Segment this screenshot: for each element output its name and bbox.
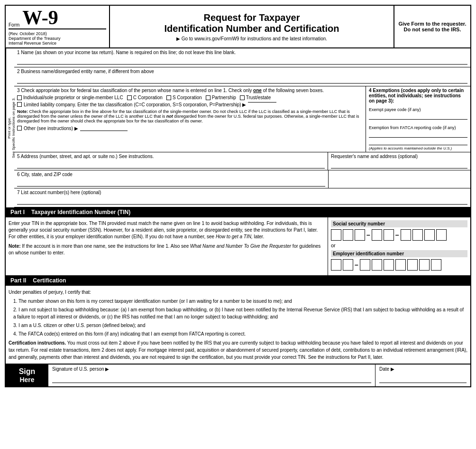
form-body: Print or type. See Specific Instructions… xyxy=(5,48,471,387)
line6-left: 6 City, state, and ZIP code xyxy=(14,170,328,188)
line7-label: 7 List account number(s) here (optional) xyxy=(17,190,467,195)
part1-header: Part I Taxpayer Identification Number (T… xyxy=(6,207,470,217)
sign-here-block: Sign Here xyxy=(6,365,48,386)
checkbox-individual: Individual/sole proprietor or single-mem… xyxy=(17,95,123,100)
checkbox-partnership: Partnership xyxy=(206,95,236,100)
fatca-label: Exemption from FATCA reporting code (if … xyxy=(369,125,456,130)
checkbox-s-corp-box[interactable] xyxy=(166,95,171,100)
fatca-section: Exemption from FATCA reporting code (if … xyxy=(369,125,467,145)
checkbox-individual-label: Individual/sole proprietor or single-mem… xyxy=(23,95,123,100)
ssn-cell-1[interactable] xyxy=(331,229,341,241)
ssn-cell-5[interactable] xyxy=(384,229,394,241)
line7-input[interactable] xyxy=(17,196,467,205)
checkbox-s-corp-label: S Corporation xyxy=(173,95,202,100)
ein-cell-2[interactable] xyxy=(343,259,353,271)
line7-row: 7 List account number(s) here (optional) xyxy=(14,188,470,207)
exempt-payee: Exempt payee code (if any) xyxy=(369,107,467,120)
ein-cell-9[interactable] xyxy=(431,259,441,271)
checkbox-other-box[interactable] xyxy=(17,126,22,131)
exemptions-section: 4 Exemptions (codes apply only to certai… xyxy=(366,86,470,152)
cert-item-3: 3. I am a U.S. citizen or other U.S. per… xyxy=(13,322,467,329)
checkbox-c-corp-label: C Corporation xyxy=(133,95,163,100)
ein-cell-8[interactable] xyxy=(419,259,430,271)
line4-label: 4 Exemptions (codes apply only to certai… xyxy=(369,88,467,103)
cert-item-2: 2. I am not subject to backup withholdin… xyxy=(13,306,467,320)
signature-label: Signature of U.S. person ▶ xyxy=(52,366,371,372)
cert-list: 1. The number shown on this form is my c… xyxy=(13,298,467,337)
line1-input[interactable] xyxy=(17,56,467,65)
ssn-cell-4[interactable] xyxy=(372,229,382,241)
form-number: W-9 xyxy=(22,8,58,28)
ssn-label: Social security number xyxy=(331,220,467,227)
signature-input[interactable] xyxy=(52,372,371,383)
part2-content: Under penalties of perjury, I certify th… xyxy=(6,286,470,364)
fatca-input2[interactable] xyxy=(369,139,467,145)
line2-input[interactable] xyxy=(17,75,467,84)
ssn-cell-2[interactable] xyxy=(343,229,353,241)
requester-right: Requester's name and address (optional) xyxy=(328,152,470,170)
checkbox-partnership-label: Partnership xyxy=(212,95,236,100)
form-header: Form W-9 (Rev. October 2018) Department … xyxy=(5,5,471,48)
other-label: Other (see instructions) ▶ xyxy=(24,126,78,131)
main-content-row: Print or type. See Specific Instructions… xyxy=(6,48,470,207)
exempt-payee-input[interactable] xyxy=(369,113,467,120)
give-form-notice: Give Form to the requester. Do not send … xyxy=(394,6,470,47)
line6-right xyxy=(328,170,470,188)
llc-row: Limited liability company. Enter the tax… xyxy=(17,102,363,107)
sign-here-sub: Here xyxy=(19,376,34,384)
fatca-input[interactable] xyxy=(369,131,467,138)
form-title-line1: Request for Taxpayer Identification Numb… xyxy=(165,12,339,34)
line5-left: 5 Address (number, street, and apt. or s… xyxy=(14,152,328,170)
line6-input[interactable] xyxy=(17,178,325,187)
applies-note: (Applies to accounts maintained outside … xyxy=(369,146,467,150)
line6-label: 6 City, state, and ZIP code xyxy=(17,172,325,177)
other-input[interactable] xyxy=(80,125,128,131)
sign-here-title: Sign xyxy=(19,367,36,376)
ein-cell-6[interactable] xyxy=(395,259,406,271)
line3-tax-class: 3 Check appropriate box for federal tax … xyxy=(14,86,366,152)
ein-cell-5[interactable] xyxy=(384,259,394,271)
ssn-cell-9[interactable] xyxy=(436,229,447,241)
ein-dash: – xyxy=(355,261,358,269)
line5-row: 5 Address (number, street, and apt. or s… xyxy=(14,152,470,170)
part2-intro: Under penalties of perjury, I certify th… xyxy=(9,289,467,296)
checkbox-llc-box[interactable] xyxy=(17,102,22,107)
line6-row: 6 City, state, and ZIP code xyxy=(14,170,470,188)
line5-input[interactable] xyxy=(17,160,325,168)
date-area: Date ▶ xyxy=(375,365,470,386)
requester-label: Requester's name and address (optional) xyxy=(331,154,467,159)
sidebar-print-type: Print or type. xyxy=(7,50,11,206)
line3-label: 3 Check appropriate box for federal tax … xyxy=(17,88,363,93)
checkbox-c-corp-box[interactable] xyxy=(127,95,132,100)
cert-item-4: 4. The FATCA code(s) entered on this for… xyxy=(13,330,467,337)
ssn-cell-8[interactable] xyxy=(424,229,435,241)
cert-instructions: Certification instructions. You must cro… xyxy=(9,339,467,361)
date-input[interactable] xyxy=(379,372,467,383)
ssn-cell-3[interactable] xyxy=(355,229,365,241)
checkbox-trust: Trust/estate xyxy=(240,95,271,100)
checkbox-individual-box[interactable] xyxy=(17,95,22,100)
requester-input[interactable] xyxy=(331,160,467,168)
ein-cell-7[interactable] xyxy=(407,259,418,271)
ein-cell-1[interactable] xyxy=(331,259,341,271)
part1-label: Part I xyxy=(9,209,27,215)
ein-cell-3[interactable] xyxy=(360,259,370,271)
checkbox-partnership-box[interactable] xyxy=(206,95,211,100)
part1-title: Taxpayer Identification Number (TIN) xyxy=(31,209,130,215)
part1-left-text: Enter your TIN in the appropriate box. T… xyxy=(6,217,328,275)
checkbox-s-corp: S Corporation xyxy=(166,95,202,100)
ein-cell-4[interactable] xyxy=(372,259,382,271)
line5-label: 5 Address (number, street, and apt. or s… xyxy=(17,154,325,159)
ssn-cell-7[interactable] xyxy=(412,229,423,241)
rev-date: (Rev. October 2018) xyxy=(9,31,106,36)
sign-here-row: Sign Here Signature of U.S. person ▶ Dat… xyxy=(6,364,470,386)
form-title-block: Request for Taxpayer Identification Numb… xyxy=(110,6,394,47)
sidebar: Print or type. See Specific Instructions… xyxy=(6,48,14,207)
llc-note: Note: Check the appropriate box in the l… xyxy=(17,109,363,123)
part2-header: Part II Certification xyxy=(6,276,470,286)
checkbox-trust-box[interactable] xyxy=(240,95,245,100)
ssn-cell-6[interactable] xyxy=(401,229,411,241)
ssn-dash-2: – xyxy=(395,231,399,239)
ein-label: Employer identification number xyxy=(331,250,467,257)
note-bold: Note: xyxy=(17,109,28,114)
